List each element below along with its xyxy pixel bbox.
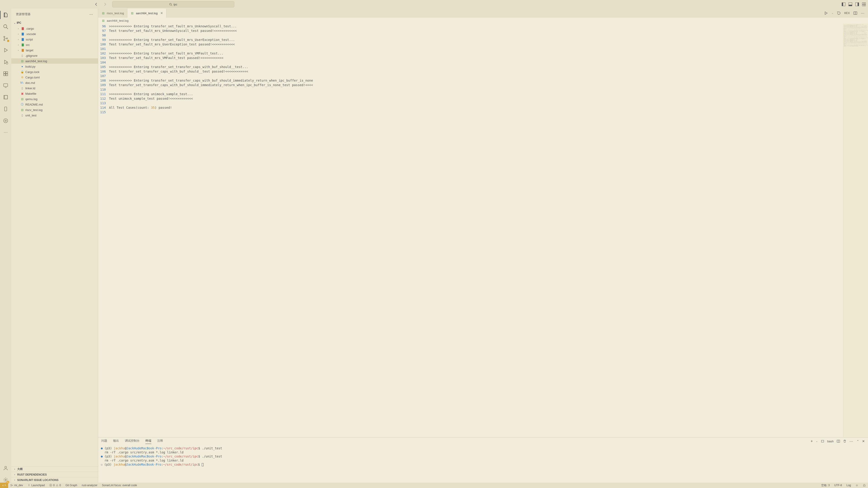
settings-icon[interactable]: 1 [3, 477, 8, 483]
sidebar-section[interactable]: ›大纲 [11, 466, 98, 472]
panel-tab[interactable]: 问题 [101, 439, 107, 444]
status-launchpad-label: Launchpad [31, 484, 45, 487]
tree-folder[interactable]: › ▇ src [11, 42, 98, 47]
tree-folder[interactable]: › ▇ .cargo [11, 26, 98, 31]
tree-file[interactable]: ▤ aarch64_test.log [11, 58, 98, 64]
tree-file[interactable]: ▤ qemu.log [11, 96, 98, 102]
more-activity-icon[interactable]: ⋯ [3, 130, 8, 135]
rust-activity-icon[interactable] [3, 118, 8, 123]
status-branch[interactable]: mi_dev [8, 483, 25, 488]
tree-file[interactable]: ▯ linker.ld [11, 86, 98, 91]
minimap[interactable]: >>>>>>>>>>>> Entering transfer_set_fault… [843, 24, 868, 437]
sidebar-section[interactable]: ›RUST DEPENDENCIES [11, 472, 98, 477]
status-feedback-icon[interactable]: ☺ [853, 483, 861, 488]
maximize-panel-icon[interactable]: ⌃ [857, 440, 859, 443]
status-gitgraph-label: Git Graph [65, 484, 77, 487]
tab-more-icon[interactable]: ⋯ [861, 11, 865, 15]
nav-forward-icon[interactable] [103, 2, 107, 6]
svg-point-9 [6, 62, 8, 64]
run-icon[interactable] [824, 11, 828, 15]
tree-file[interactable]: ▣ Makefile [11, 91, 98, 96]
run-debug-icon[interactable] [3, 47, 8, 53]
account-icon[interactable] [3, 465, 8, 471]
tree-file[interactable]: ● build.py [11, 64, 98, 69]
source-control-icon[interactable] [3, 36, 8, 41]
svg-point-31 [12, 485, 13, 486]
status-indent[interactable]: 空格: 3 [819, 483, 832, 488]
customize-layout-icon[interactable] [862, 2, 866, 6]
tree-file[interactable]: M↓ doc.md [11, 80, 98, 86]
toggle-secondary-sidebar-icon[interactable] [855, 2, 859, 6]
tree-file[interactable]: ⓘ README.md [11, 102, 98, 107]
run-dropdown-icon[interactable]: ⌄ [832, 12, 833, 14]
editor-tab[interactable]: ▤ riscv_test.log [98, 9, 127, 18]
split-terminal-icon[interactable] [837, 440, 840, 443]
sidebar-more-icon[interactable]: ⋯ [89, 12, 93, 17]
panel-more-icon[interactable]: ⋯ [849, 439, 854, 444]
tree-folder[interactable]: › ▇ target [11, 47, 98, 53]
svg-rect-10 [4, 72, 5, 73]
sidebar-section-label: RUST DEPENDENCIES [17, 473, 47, 476]
search-text: ipc [174, 3, 177, 6]
tree-file[interactable]: 🔒 Cargo.lock [11, 69, 98, 74]
shell-label[interactable]: bash [827, 440, 834, 443]
sidebar-section[interactable]: ›SONARLINT ISSUE LOCATIONS [11, 477, 98, 483]
close-tab-icon[interactable]: ✕ [160, 11, 163, 15]
explorer-icon[interactable] [3, 12, 8, 18]
search-activity-icon[interactable] [3, 24, 8, 29]
status-notifications-icon[interactable] [861, 483, 868, 488]
nav-back-icon[interactable] [95, 2, 98, 6]
status-error-count: 0 [53, 484, 55, 487]
tree-file[interactable]: ▯ unit_test [11, 112, 98, 118]
sidebar-root[interactable]: ⌄ IPC [11, 20, 98, 26]
toggle-panel-icon[interactable] [848, 2, 852, 6]
line-number: 97 [98, 29, 109, 33]
terminal-dropdown-icon[interactable]: ⌄ [816, 440, 818, 442]
editor-tab[interactable]: ▤ aarch64_test.log ✕ [127, 9, 166, 18]
status-problems[interactable]: ⓧ 0 ⚠ 0 [47, 483, 63, 488]
panel-tab[interactable]: 注释 [157, 439, 163, 444]
extensions-icon[interactable] [3, 71, 8, 76]
svg-point-19 [4, 119, 8, 123]
new-terminal-icon[interactable]: + [811, 439, 813, 443]
command-center[interactable]: ipc [112, 1, 234, 7]
remote-explorer-icon[interactable] [3, 83, 8, 88]
breadcrumb[interactable]: ▤ aarch64_test.log [98, 18, 868, 24]
hex-button[interactable]: HEX [844, 11, 850, 15]
editor[interactable]: 96>>>>>>>>>>>> Entering transfer_set_fau… [98, 24, 843, 437]
history-icon[interactable] [837, 11, 841, 15]
tree-item-label: linker.ld [25, 87, 35, 90]
svg-point-30 [11, 486, 11, 486]
svg-rect-18 [4, 107, 7, 111]
tree-folder[interactable]: › ▇ .vscode [11, 31, 98, 37]
sidebar-root-label: IPC [17, 21, 21, 24]
toggle-primary-sidebar-icon[interactable] [842, 2, 845, 6]
status-rust-analyzer[interactable]: rust-analyzer [80, 483, 99, 488]
tree-folder[interactable]: › ▇ script [11, 37, 98, 42]
tree-file[interactable]: ▯ .gitignore [11, 53, 98, 58]
tree-file[interactable]: ⚙ Cargo.toml [11, 74, 98, 80]
file-icon: ▯ [20, 113, 24, 117]
device-icon[interactable] [3, 106, 8, 112]
sidebar-section-label: SONARLINT ISSUE LOCATIONS [17, 479, 58, 482]
panel-tab[interactable]: 输出 [113, 439, 119, 444]
close-panel-icon[interactable]: ✕ [862, 440, 865, 443]
remote-indicator[interactable] [0, 483, 8, 488]
search-icon [169, 3, 172, 6]
kill-terminal-icon[interactable] [843, 440, 846, 443]
status-sonarlint[interactable]: SonarLint focus: overall code [100, 483, 139, 488]
split-editor-icon[interactable] [854, 11, 857, 15]
tree-file[interactable]: ▤ riscv_test.log [11, 107, 98, 112]
terminal[interactable]: (p3) jackhu@JackHudeMacBook-Pro:~/src_co… [98, 445, 868, 483]
window-icon[interactable] [3, 95, 8, 100]
run-debug-alt-icon[interactable] [3, 59, 8, 65]
status-launchpad[interactable]: Launchpad [25, 483, 47, 488]
panel-tab[interactable]: 终端 [146, 439, 151, 444]
file-icon: ⚙ [20, 75, 24, 79]
panel-tab[interactable]: 调试控制台 [125, 439, 140, 444]
status-encoding[interactable]: UTF-8 [832, 483, 844, 488]
status-gitgraph[interactable]: Git Graph [63, 483, 80, 488]
sidebar: 资源管理器 ⋯ ⌄ IPC › ▇ .cargo› ▇ .vscode› ▇ s… [11, 9, 98, 483]
status-language[interactable]: Log [844, 483, 853, 488]
line-number: 115 [98, 110, 109, 115]
